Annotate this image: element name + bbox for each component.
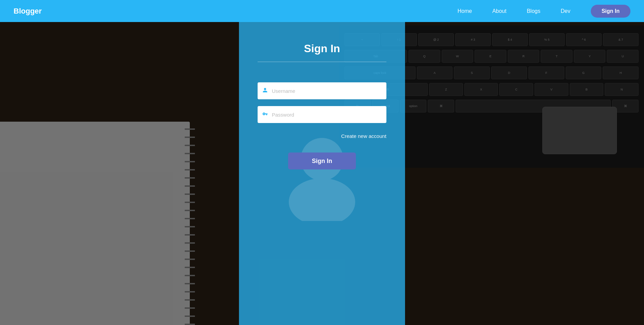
svg-point-1 bbox=[289, 178, 355, 221]
title-divider bbox=[258, 62, 386, 62]
password-input[interactable] bbox=[258, 106, 386, 123]
card-avatar-bg bbox=[275, 126, 369, 221]
nav-about[interactable]: About bbox=[492, 8, 506, 14]
signin-card: Sign In Create new account Sign In bbox=[239, 22, 405, 325]
nav-signin-button[interactable]: Sign In bbox=[591, 5, 630, 18]
user-icon bbox=[262, 87, 268, 94]
key-icon bbox=[262, 111, 268, 118]
brand-logo: Blogger bbox=[14, 7, 42, 16]
username-input[interactable] bbox=[258, 82, 386, 99]
nav-dev[interactable]: Dev bbox=[561, 8, 570, 14]
navbar: Blogger Home About Blogs Dev Sign In bbox=[0, 0, 644, 22]
nav-home[interactable]: Home bbox=[458, 8, 472, 14]
username-input-group bbox=[258, 82, 386, 99]
create-account-link[interactable]: Create new account bbox=[258, 133, 386, 139]
nav-links: Home About Blogs Dev Sign In bbox=[458, 5, 630, 18]
signin-title: Sign In bbox=[304, 42, 340, 55]
nav-blogs[interactable]: Blogs bbox=[527, 8, 540, 14]
password-input-group bbox=[258, 106, 386, 123]
signin-button[interactable]: Sign In bbox=[288, 153, 356, 169]
